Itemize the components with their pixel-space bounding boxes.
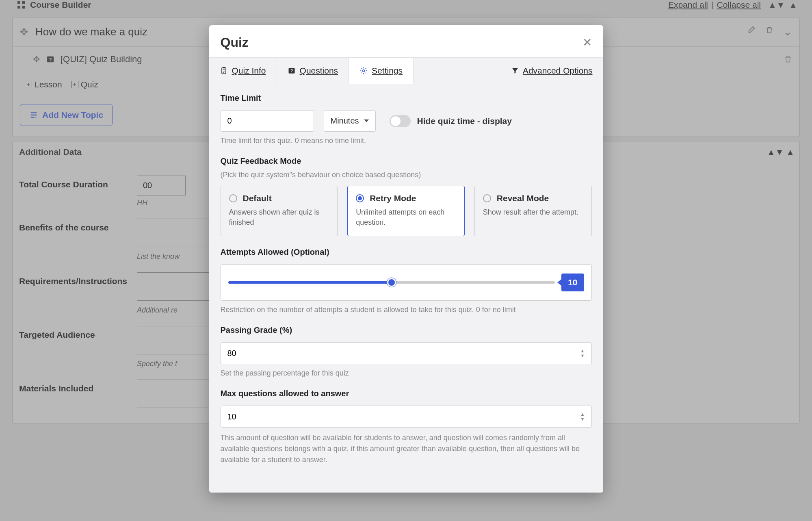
feedback-option-title: Default (243, 193, 272, 203)
passing-grade-label: Passing Grade (%) (221, 326, 592, 335)
time-unit-select[interactable]: Minutes (324, 110, 376, 132)
feedback-option-title: Retry Mode (370, 193, 416, 203)
slider-fill (228, 281, 392, 284)
feedback-option-desc: Answers shown after quiz is finished (229, 207, 329, 228)
modal-overlay[interactable]: Quiz ✕ Quiz Info ? Questions (0, 0, 812, 521)
passing-grade-hint: Set the passing percentage for this quiz (221, 369, 592, 378)
tab-questions[interactable]: ? Questions (277, 58, 349, 84)
radio-icon (229, 194, 237, 202)
max-questions-hint: This amount of question will be availabl… (221, 432, 592, 465)
passing-grade-input-wrap: ▲ ▼ (221, 342, 592, 364)
filter-icon (511, 67, 519, 74)
max-questions-label: Max questions allowed to answer (221, 389, 592, 398)
number-stepper[interactable]: ▲ ▼ (580, 412, 585, 421)
radio-icon (483, 194, 491, 202)
number-stepper[interactable]: ▲ ▼ (580, 348, 585, 358)
feedback-option-retry-mode[interactable]: Retry ModeUnlimited attempts on each que… (347, 186, 465, 236)
modal-title: Quiz (221, 35, 582, 50)
attempts-slider: 10 (221, 264, 592, 301)
chevron-down-icon (364, 119, 369, 122)
max-questions-input-wrap: ▲ ▼ (221, 406, 592, 428)
stepper-up-icon[interactable]: ▲ (580, 348, 585, 353)
hide-time-toggle[interactable] (390, 115, 411, 127)
page-root: Course Builder Expand all | Collapse all… (0, 0, 812, 521)
modal-body: Time Limit Minutes Hide quiz time - disp… (209, 84, 603, 493)
modal-scroll[interactable]: Quiz ✕ Quiz Info ? Questions (209, 25, 603, 493)
close-icon[interactable]: ✕ (582, 36, 592, 49)
stepper-up-icon[interactable]: ▲ (580, 412, 585, 417)
svg-text:?: ? (290, 69, 292, 73)
max-questions-input[interactable] (227, 412, 580, 421)
stepper-down-icon[interactable]: ▼ (580, 353, 585, 358)
svg-rect-7 (223, 67, 225, 68)
svg-point-10 (363, 70, 365, 72)
feedback-option-title: Reveal Mode (497, 193, 549, 203)
time-limit-row: Minutes Hide quiz time - display (221, 110, 592, 132)
slider-track[interactable] (228, 281, 555, 284)
clipboard-icon (220, 67, 228, 75)
attempts-hint: Restriction on the number of attempts a … (221, 306, 592, 314)
feedback-mode-sublabel: (Pick the quiz system"s behaviour on cho… (221, 171, 592, 179)
tab-quiz-info-label: Quiz Info (232, 66, 266, 76)
hide-time-toggle-wrap: Hide quiz time - display (390, 115, 512, 127)
feedback-mode-label: Quiz Feedback Mode (221, 156, 592, 166)
stepper-down-icon[interactable]: ▼ (580, 417, 585, 421)
tab-settings-label: Settings (372, 66, 403, 76)
tab-questions-label: Questions (300, 66, 338, 76)
feedback-option-desc: Show result after the attempt. (483, 207, 583, 217)
radio-icon (356, 194, 364, 202)
attempts-label: Attempts Allowed (Optional) (221, 247, 592, 257)
time-limit-input[interactable] (221, 110, 314, 132)
time-limit-hint: Time limit for this quiz. 0 means no tim… (221, 137, 592, 145)
passing-grade-input[interactable] (227, 349, 580, 358)
time-unit-label: Minutes (331, 116, 359, 126)
hide-time-toggle-label: Hide quiz time - display (417, 116, 512, 126)
feedback-option-reveal-mode[interactable]: Reveal ModeShow result after the attempt… (474, 186, 592, 236)
feedback-option-desc: Unlimited attempts on each question. (356, 207, 456, 228)
tab-settings[interactable]: Settings (349, 58, 414, 84)
slider-knob[interactable] (387, 278, 396, 287)
tab-advanced-label: Advanced Options (523, 66, 593, 76)
tab-advanced-options[interactable]: Advanced Options (501, 58, 603, 84)
gear-icon (359, 67, 368, 75)
modal-header: Quiz ✕ (209, 25, 603, 57)
feedback-option-default[interactable]: DefaultAnswers shown after quiz is finis… (221, 186, 338, 236)
quiz-modal: Quiz ✕ Quiz Info ? Questions (209, 25, 603, 493)
tab-quiz-info[interactable]: Quiz Info (209, 58, 277, 84)
svg-rect-6 (222, 68, 226, 74)
feedback-options-row: DefaultAnswers shown after quiz is finis… (221, 186, 592, 236)
attempts-value-badge: 10 (561, 274, 584, 291)
modal-tabs: Quiz Info ? Questions Settings (209, 57, 603, 84)
question-icon: ? (288, 67, 296, 75)
time-limit-label: Time Limit (221, 93, 592, 103)
